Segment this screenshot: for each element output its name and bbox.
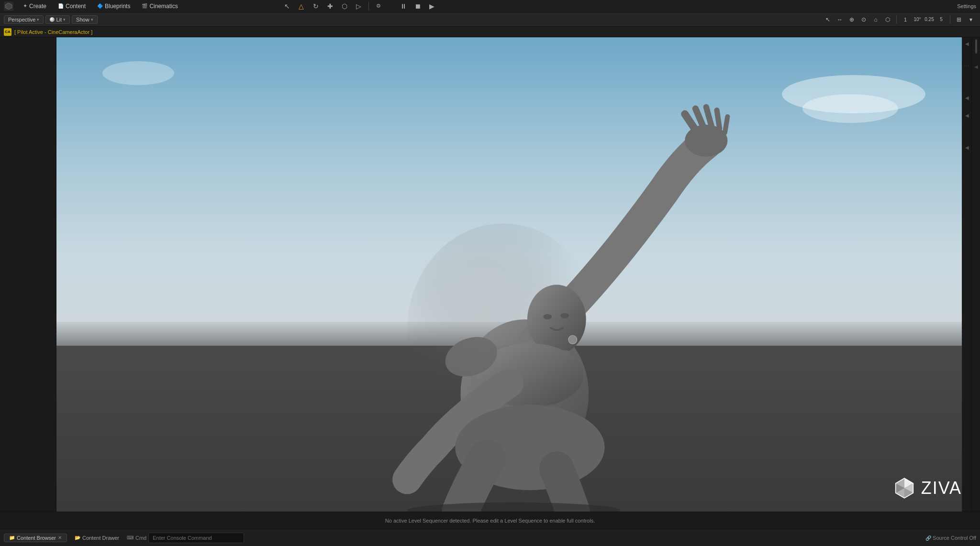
content-browser-label: Content Browser xyxy=(17,535,56,541)
lit-button[interactable]: Lit ▾ xyxy=(45,15,70,24)
vt-sep2 xyxy=(950,15,950,24)
vp-num5-icon[interactable]: 5 xyxy=(936,14,947,25)
ziva-logo: ZIVA xyxy=(892,476,962,500)
content-browser-tab[interactable]: 📁 Content Browser ✕ xyxy=(4,534,67,542)
vp-expand-icon[interactable]: ▾ xyxy=(966,14,976,25)
gizmo-arrow-1[interactable]: ◀ xyxy=(965,95,969,100)
vp-num-icon[interactable]: 1 xyxy=(900,14,911,25)
status-bar: No active Level Sequencer detected. Plea… xyxy=(0,512,980,529)
vp-angle-icon[interactable]: 10° xyxy=(912,14,923,25)
menu-cinematics[interactable]: 🎬 Cinematics xyxy=(137,2,182,11)
stop-button[interactable]: ⏹ xyxy=(411,1,424,11)
svg-line-5 xyxy=(706,107,712,126)
vt-sep xyxy=(896,15,897,24)
svg-marker-0 xyxy=(5,3,12,10)
vp-move-icon[interactable]: ↔ xyxy=(835,14,845,25)
menu-create[interactable]: ✦ Create xyxy=(18,2,51,11)
content-drawer-area: 📂 Content Drawer xyxy=(75,535,119,541)
svg-line-3 xyxy=(685,114,695,130)
vp-collapse-right[interactable]: ◀ xyxy=(965,41,969,46)
main-area: ZIVA ◀ ⋮ ◀ ◀ ◀ ◀ xyxy=(0,37,980,512)
status-message: No active Level Sequencer detected. Plea… xyxy=(385,518,595,524)
cmd-input[interactable] xyxy=(148,533,244,543)
play-button[interactable]: ▶ xyxy=(425,1,439,11)
camera-actor-icon: CA xyxy=(4,28,11,36)
gizmo-handle-1[interactable]: ⋮ xyxy=(964,64,969,68)
build-tool[interactable]: ⚙ xyxy=(372,1,385,11)
source-control-status[interactable]: 🔗 Source Control Off xyxy=(925,535,976,541)
viewport-3d[interactable]: ZIVA ◀ ⋮ ◀ ◀ ◀ xyxy=(56,37,971,512)
camera-tool[interactable]: ▷ xyxy=(352,1,366,11)
vp-snap-icon[interactable]: ⌂ xyxy=(870,14,881,25)
snap-tool[interactable]: ⬡ xyxy=(338,1,351,11)
select-tool[interactable]: ↖ xyxy=(280,1,294,11)
scale-tool[interactable]: ✚ xyxy=(323,1,337,11)
move-tool[interactable]: △ xyxy=(295,1,308,11)
svg-line-4 xyxy=(695,109,703,127)
vp-select-icon[interactable]: ↖ xyxy=(823,14,833,25)
vp-surface-snap[interactable]: ⬡ xyxy=(882,14,893,25)
svg-point-16 xyxy=(568,336,577,344)
cloud-left xyxy=(102,61,174,85)
rs-collapse-btn[interactable]: ◀ xyxy=(974,64,978,69)
statue-svg xyxy=(148,85,880,512)
content-browser-close[interactable]: ✕ xyxy=(58,535,62,540)
playback-controls: ⏸ ⏹ ▶ xyxy=(397,1,439,11)
rotate-tool[interactable]: ↻ xyxy=(309,1,323,11)
content-drawer-label[interactable]: Content Drawer xyxy=(82,535,119,541)
bottom-bar: 📁 Content Browser ✕ 📂 Content Drawer ⌨ C… xyxy=(0,529,980,546)
vp-rotate-icon[interactable]: ⊕ xyxy=(846,14,857,25)
svg-line-7 xyxy=(725,117,728,132)
viewport-toolbar: Perspective ▾ Lit ▾ Show ▾ ↖ ↔ ⊕ ⊙ ⌂ ⬡ 1… xyxy=(0,12,980,27)
pilot-text: [ Pilot Active - CineCameraActor ] xyxy=(14,29,92,35)
gizmo-arrow-2[interactable]: ◀ xyxy=(965,113,969,118)
perspective-button[interactable]: Perspective ▾ xyxy=(4,15,44,24)
toolbar-sep-1 xyxy=(368,2,369,11)
ziva-text: ZIVA xyxy=(921,478,962,498)
gizmo-arrow-3[interactable]: ◀ xyxy=(965,145,969,150)
vp-scale-icon[interactable]: ⊙ xyxy=(858,14,869,25)
show-label: Show xyxy=(76,17,89,22)
vp-right-gizmo: ◀ ⋮ ◀ ◀ ◀ xyxy=(962,37,971,512)
svg-point-15 xyxy=(407,223,600,437)
vp-scale-val[interactable]: 0.25 xyxy=(924,14,935,25)
menu-blueprints[interactable]: 🔷 Blueprints xyxy=(92,2,135,11)
top-menubar: ✦ Create 📄 Content 🔷 Blueprints 🎬 Cinema… xyxy=(0,0,980,12)
svg-point-17 xyxy=(407,502,621,512)
viewport-right-tools: ↖ ↔ ⊕ ⊙ ⌂ ⬡ 1 10° 0.25 5 ⊞ ▾ xyxy=(823,14,976,25)
cmd-label: Cmd xyxy=(135,535,146,541)
lit-label: Lit xyxy=(56,17,62,22)
settings-label[interactable]: Settings xyxy=(957,3,976,9)
pause-button[interactable]: ⏸ xyxy=(397,1,410,11)
ziva-hex-icon xyxy=(892,476,916,500)
right-panel: ◀ xyxy=(971,37,980,512)
menu-content[interactable]: 📄 Content xyxy=(53,2,90,11)
center-toolbar: ↖ △ ↻ ✚ ⬡ ▷ ⚙ xyxy=(280,1,385,11)
app-logo xyxy=(4,1,13,11)
top-right-controls: Settings xyxy=(957,3,976,9)
pilot-bar: CA [ Pilot Active - CineCameraActor ] xyxy=(0,27,980,37)
cmd-area: ⌨ Cmd xyxy=(127,533,244,543)
svg-line-6 xyxy=(717,110,720,129)
vp-layout-icon[interactable]: ⊞ xyxy=(954,14,964,25)
rs-drag-handle[interactable] xyxy=(975,39,977,54)
left-sidebar xyxy=(0,37,56,512)
viewport-container[interactable]: ZIVA ◀ ⋮ ◀ ◀ ◀ xyxy=(56,37,971,512)
perspective-label: Perspective xyxy=(8,17,35,22)
show-button[interactable]: Show ▾ xyxy=(72,15,98,24)
